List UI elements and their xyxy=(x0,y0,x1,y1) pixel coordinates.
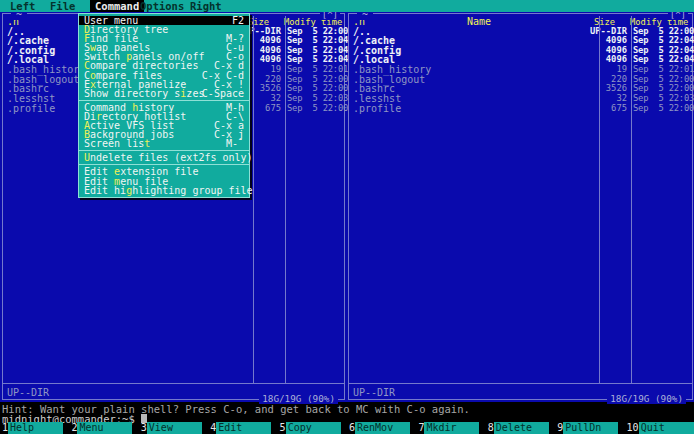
menu-item-shortcut: C-Space xyxy=(202,89,244,98)
menu-item-screen-list[interactable]: Screen listM-` xyxy=(79,139,249,148)
fkey-label: Edit xyxy=(216,422,271,434)
menu-bar: LeftFileCommandOptionsRight xyxy=(0,0,694,12)
fkey-pulldn[interactable]: 9PullDn xyxy=(557,422,618,434)
fkey-renmov[interactable]: 6RenMov xyxy=(349,422,410,434)
command-menu-dropdown: User menuF2Directory treeFind fileM-?Swa… xyxy=(78,13,250,198)
ministatus-separator xyxy=(349,383,692,384)
terminal-bottom-area: Hint: Want your plain shell? Press C-o, … xyxy=(0,402,694,434)
fkey-view[interactable]: 3View xyxy=(141,422,202,434)
menu-item-shortcut: F2 xyxy=(232,16,244,25)
column-separator xyxy=(631,16,632,383)
menu-right[interactable]: Right xyxy=(190,0,222,12)
mini-status: UP--DIR xyxy=(7,388,49,398)
fkey-menu[interactable]: 2Menu xyxy=(71,422,132,434)
menu-item-label: Edit hi xyxy=(84,185,126,196)
fkey-copy[interactable]: 5Copy xyxy=(280,422,341,434)
file-mtime: Sep 5 22:00 xyxy=(633,104,689,114)
column-separator xyxy=(599,16,600,383)
fkey-label: PullDn xyxy=(563,422,618,434)
column-separator xyxy=(253,16,254,383)
function-key-bar: 1Help2Menu3View4Edit5Copy6RenMov7Mkdir8D… xyxy=(0,422,694,434)
menu-left[interactable]: Left xyxy=(10,0,35,12)
fkey-edit[interactable]: 4Edit xyxy=(210,422,271,434)
menu-options[interactable]: Options xyxy=(140,0,184,12)
free-space-indicator: 18G/19G (90%) xyxy=(259,394,338,404)
column-separator xyxy=(285,16,286,383)
fkey-number: 10 xyxy=(627,422,639,433)
file-name: .profile xyxy=(353,104,401,114)
ministatus-separator xyxy=(3,383,344,384)
fkey-label: RenMov xyxy=(355,422,410,434)
fkey-label: Copy xyxy=(286,422,341,434)
menu-item-undelete-files-ext2fs-only[interactable]: Undelete files (ext2fs only) xyxy=(79,153,249,162)
fkey-mkdir[interactable]: 7Mkdir xyxy=(418,422,479,434)
free-space-indicator: 18G/19G (90%) xyxy=(607,394,686,404)
menu-item-edit-highlighting-group-file[interactable]: Edit highlighting group file xyxy=(79,186,249,195)
menu-item-show-directory-sizes[interactable]: Show directory sizesC-Space xyxy=(79,89,249,98)
fkey-quit[interactable]: 10Quit xyxy=(627,422,694,434)
file-mtime: Sep 5 22:00 xyxy=(287,104,343,114)
menu-file[interactable]: File xyxy=(50,0,75,12)
fkey-label: View xyxy=(147,422,202,434)
mc-terminal-screen: LeftFileCommandOptionsRight ~[^].nNameSi… xyxy=(0,0,694,434)
file-name: .profile xyxy=(7,104,55,114)
fkey-label: Menu xyxy=(77,422,132,434)
menu-item-shortcut: M-` xyxy=(226,139,244,148)
fkey-delete[interactable]: 8Delete xyxy=(488,422,549,434)
file-row[interactable]: .profile675Sep 5 22:00 xyxy=(349,104,692,114)
fkey-help[interactable]: 1Help xyxy=(2,422,63,434)
file-size: 675 xyxy=(582,104,627,114)
fkey-label: Quit xyxy=(639,422,694,434)
mini-status: UP--DIR xyxy=(353,388,395,398)
menu-item-label: hlighting group file xyxy=(132,185,252,196)
fkey-label: Delete xyxy=(494,422,549,434)
fkey-label: Mkdir xyxy=(424,422,479,434)
menu-command[interactable]: Command xyxy=(90,0,144,12)
fkey-label: Help xyxy=(8,422,63,434)
column-header-name[interactable]: Name xyxy=(369,17,589,27)
right-panel: ~[^].nNameSizeModify time/..UP--DIRSep 5… xyxy=(348,13,693,400)
